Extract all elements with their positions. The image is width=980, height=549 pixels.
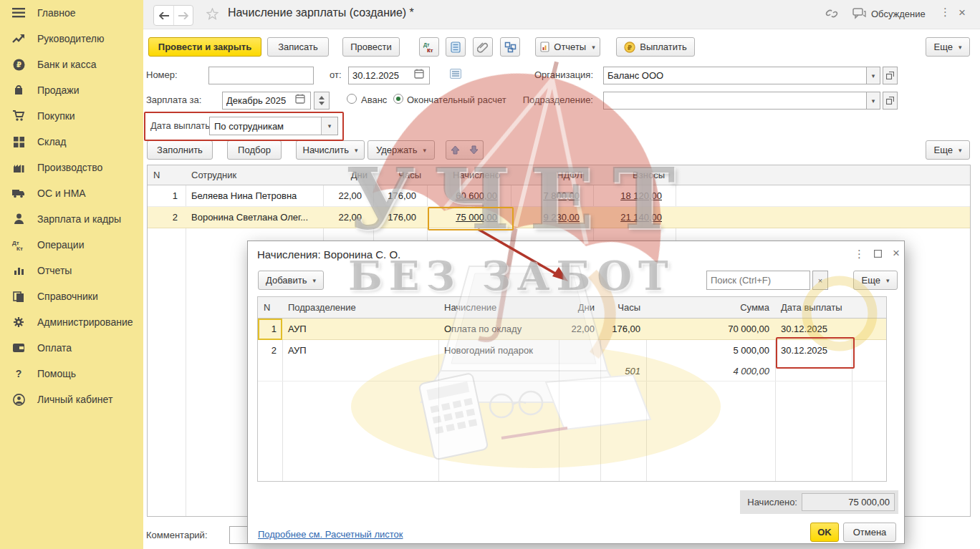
form-more-button[interactable]: Еще▾ [926,37,970,57]
accrual-row-2[interactable]: 2 АУП Новогодний подарок 5 000,00 30.12.… [258,340,886,361]
organization-dropdown-button[interactable]: ▾ [866,67,880,84]
dialog-title: Начисления: Воронина С. О. [257,248,400,261]
grid-icon [11,135,26,148]
dialog-maximize-icon[interactable] [874,248,882,260]
back-button[interactable] [154,6,174,25]
barchart-icon [11,264,26,277]
final-calc-label[interactable]: Окончательный расчет [407,94,506,105]
coin-icon: ₽ [624,42,635,53]
department-input[interactable] [603,92,867,110]
svg-text:₽: ₽ [628,44,632,51]
accruals-table-header: N Подразделение Начисление Дни Часы Сумм… [258,297,886,319]
structure-icon-button[interactable] [500,37,520,57]
post-and-close-button[interactable]: Провести и закрыть [148,37,261,57]
department-open-button[interactable] [883,92,898,110]
contrib-link[interactable]: 18 120,00 [593,185,668,207]
sidebar-item-sales[interactable]: Продажи [0,77,143,103]
write-button[interactable]: Записать [267,37,329,57]
sidebar-item-reports[interactable]: Отчеты [0,258,143,283]
sidebar-item-salary-hr[interactable]: Зарплата и кадры [0,206,143,232]
sidebar-item-main[interactable]: Главное [0,0,143,26]
register-records-icon[interactable] [450,69,461,82]
sidebar-item-payment[interactable]: Оплата [0,335,143,361]
payslip-details-link[interactable]: Подробнее см. Расчетный листок [258,529,403,540]
fill-button[interactable]: Заполнить [147,140,213,160]
dialog-close-icon[interactable]: × [893,246,900,261]
trend-icon [11,32,26,45]
accrual-subrow-deduction[interactable]: 501 4 000,00 [258,361,886,382]
accrued-link[interactable]: 75 000,00 [427,207,503,228]
calendar-icon[interactable] [414,69,424,82]
cancel-button[interactable]: Отмена [843,523,896,542]
sidebar-item-directories[interactable]: Справочники [0,283,143,309]
accrue-button[interactable]: Начислить▾ [296,140,365,160]
department-label: Подразделение: [514,94,593,105]
sidebar-item-administration[interactable]: Администрирование [0,309,143,335]
department-dropdown-button[interactable]: ▾ [866,92,880,110]
accrued-link[interactable]: 60 600,00 [427,185,503,207]
registry-list-icon-button[interactable] [446,37,466,57]
link-icon[interactable] [825,8,838,22]
organization-input[interactable] [603,67,867,84]
account-icon [11,393,26,406]
period-spinner[interactable] [314,92,330,110]
post-button[interactable]: Провести [342,37,400,57]
employee-row-1[interactable]: 1 Беляева Нина Петровна 22,00 176,00 60 … [148,185,970,207]
sidebar-item-operations[interactable]: ДтКт Операции [0,232,143,258]
person-icon [11,213,26,225]
contrib-link[interactable]: 21 140,00 [593,207,668,228]
advance-radio[interactable] [347,94,357,104]
sidebar-item-warehouse[interactable]: Склад [0,129,143,155]
reports-button[interactable]: Отчеты▾ [535,37,600,57]
dialog-search-input[interactable] [706,271,810,290]
payout-date-combo[interactable]: По сотрудникам ▾ [209,117,338,135]
books-icon [11,290,26,303]
salary-for-label: Зарплата за: [146,94,201,105]
sidebar-item-manager[interactable]: Руководителю [0,26,143,52]
advance-label[interactable]: Аванс [361,94,387,105]
sidebar-item-bank-cash[interactable]: ₽ Банк и касса [0,52,143,77]
ruble-circle-icon: ₽ [11,58,26,71]
dtkt-icon: ДтКт [11,238,26,251]
employee-row-2[interactable]: 2 Воронина Светлана Олег... 22,00 176,00… [148,207,970,228]
search-clear-button[interactable]: × [812,271,828,290]
attachment-icon-button[interactable] [473,37,493,57]
window-menu-icon[interactable]: ⋮ [940,6,951,19]
window-close-icon[interactable]: × [959,6,966,20]
discussion-label[interactable]: Обсуждение [871,9,926,19]
move-up-button[interactable] [446,140,465,160]
list-more-button[interactable]: Еще▾ [926,140,970,160]
move-down-button[interactable] [464,140,484,160]
sidebar-item-fixed-assets[interactable]: ОС и НМА [0,180,143,206]
factory-icon [11,161,26,174]
total-strip: Начислено: 75 000,00 [740,490,898,514]
ndfl-link[interactable]: 7 800,00 [511,185,585,207]
truck-icon [11,187,26,200]
pay-button[interactable]: ₽ Выплатить [616,37,695,57]
ndfl-link[interactable]: 9 230,00 [511,207,585,228]
pick-button[interactable]: Подбор [227,140,282,160]
sidebar-item-production[interactable]: Производство [0,155,143,180]
favorite-star-icon[interactable] [206,8,218,23]
sidebar-item-personal-account[interactable]: Личный кабинет [0,387,143,412]
withhold-button[interactable]: Удержать▾ [368,140,435,160]
final-calc-radio[interactable] [393,94,403,104]
sidebar-item-help[interactable]: ? Помощь [0,361,143,387]
accrual-row-1[interactable]: 1 АУП Оплата по окладу 22,00 176,00 70 0… [258,319,886,340]
dialog-more-button[interactable]: Еще▾ [853,271,898,290]
from-label: от: [330,69,342,80]
cart-icon [11,110,26,122]
discussion-icon[interactable] [852,8,866,22]
add-row-button[interactable]: Добавить▾ [258,271,324,290]
dialog-menu-icon[interactable]: ⋮ [854,248,865,261]
organization-open-button[interactable] [883,67,898,84]
title-bar: Начисление зарплаты (создание) * Обсужде… [143,0,980,29]
sidebar-item-purchases[interactable]: Покупки [0,103,143,129]
dtkt-postings-button[interactable]: ДтКтКт [419,37,439,57]
organization-label: Организация: [525,69,593,80]
comment-label: Комментарий: [146,530,208,540]
ok-button[interactable]: OK [810,523,839,542]
forward-button[interactable] [174,6,193,25]
period-calendar-icon[interactable] [295,94,305,107]
number-input[interactable] [208,67,314,84]
